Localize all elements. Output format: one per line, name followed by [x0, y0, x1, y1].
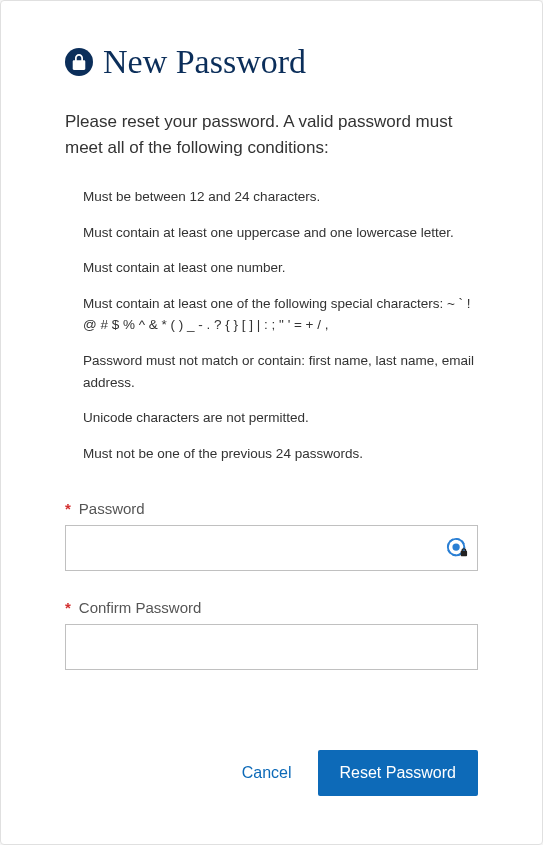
- password-reset-card: New Password Please reset your password.…: [0, 0, 543, 845]
- password-label-text: Password: [79, 500, 145, 517]
- rule-item: Must be between 12 and 24 characters.: [83, 186, 478, 208]
- rule-item: Password must not match or contain: firs…: [83, 350, 478, 393]
- confirm-password-input[interactable]: [65, 624, 478, 670]
- password-input-wrapper: [65, 525, 478, 571]
- header: New Password: [65, 45, 478, 79]
- lock-icon: [65, 48, 93, 76]
- confirm-password-label: * Confirm Password: [65, 599, 478, 616]
- required-indicator: *: [65, 599, 71, 616]
- cancel-button[interactable]: Cancel: [242, 764, 292, 782]
- reset-password-button[interactable]: Reset Password: [318, 750, 479, 796]
- password-input[interactable]: [65, 525, 478, 571]
- confirm-password-input-wrapper: [65, 624, 478, 670]
- rule-item: Must contain at least one uppercase and …: [83, 222, 478, 244]
- action-bar: Cancel Reset Password: [65, 750, 478, 796]
- password-label: * Password: [65, 500, 478, 517]
- confirm-password-field-group: * Confirm Password: [65, 599, 478, 670]
- rule-item: Must not be one of the previous 24 passw…: [83, 443, 478, 465]
- password-field-group: * Password: [65, 500, 478, 571]
- intro-text: Please reset your password. A valid pass…: [65, 109, 478, 160]
- rule-item: Must contain at least one number.: [83, 257, 478, 279]
- page-title: New Password: [103, 45, 306, 79]
- rule-item: Must contain at least one of the followi…: [83, 293, 478, 336]
- required-indicator: *: [65, 500, 71, 517]
- password-rules-list: Must be between 12 and 24 characters. Mu…: [65, 186, 478, 464]
- confirm-password-label-text: Confirm Password: [79, 599, 202, 616]
- rule-item: Unicode characters are not permitted.: [83, 407, 478, 429]
